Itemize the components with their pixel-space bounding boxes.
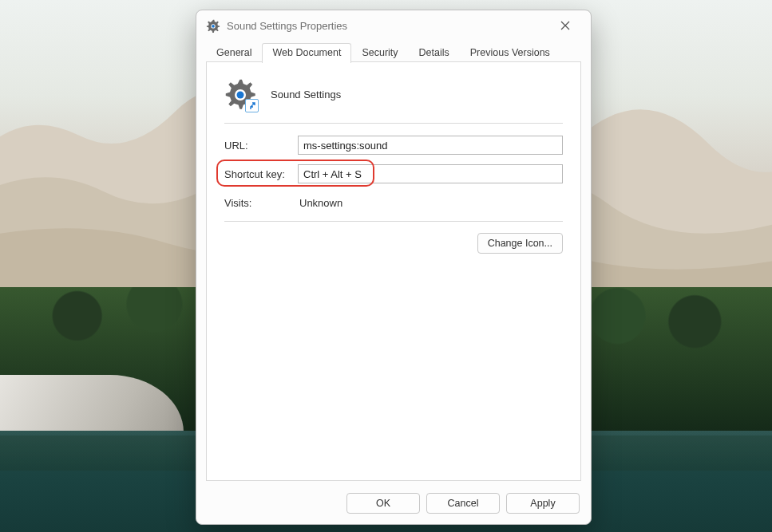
tab-general[interactable]: General <box>206 43 262 62</box>
url-label: URL: <box>224 140 298 152</box>
visits-label: Visits: <box>224 197 298 209</box>
svg-point-7 <box>237 92 244 99</box>
properties-dialog: Sound Settings Properties General Web Do… <box>196 10 592 525</box>
svg-point-2 <box>212 25 215 28</box>
shortcut-large-icon <box>224 78 256 110</box>
ok-button[interactable]: OK <box>346 493 420 514</box>
tab-strip: General Web Document Security Details Pr… <box>196 41 591 62</box>
tab-page-web-document: Sound Settings URL: Shortcut key: Visits… <box>206 62 581 481</box>
section-divider <box>224 221 563 222</box>
url-input[interactable] <box>298 136 563 155</box>
close-button[interactable] <box>548 14 583 37</box>
shortcut-name: Sound Settings <box>271 89 341 100</box>
cancel-button[interactable]: Cancel <box>426 493 500 514</box>
shortcut-key-input[interactable] <box>298 164 563 183</box>
change-icon-button[interactable]: Change Icon... <box>477 233 563 254</box>
titlebar[interactable]: Sound Settings Properties <box>196 10 591 41</box>
tab-web-document[interactable]: Web Document <box>262 43 351 63</box>
tab-previous-versions[interactable]: Previous Versions <box>460 43 560 62</box>
tab-security[interactable]: Security <box>351 43 408 62</box>
shortcut-overlay-icon <box>245 99 259 112</box>
apply-button[interactable]: Apply <box>506 493 580 514</box>
visits-value: Unknown <box>298 197 342 209</box>
window-title: Sound Settings Properties <box>227 20 548 32</box>
title-icon <box>206 18 220 33</box>
tab-details[interactable]: Details <box>409 43 460 62</box>
shortcut-key-label: Shortcut key: <box>224 168 298 180</box>
dialog-footer: OK Cancel Apply <box>196 487 591 524</box>
